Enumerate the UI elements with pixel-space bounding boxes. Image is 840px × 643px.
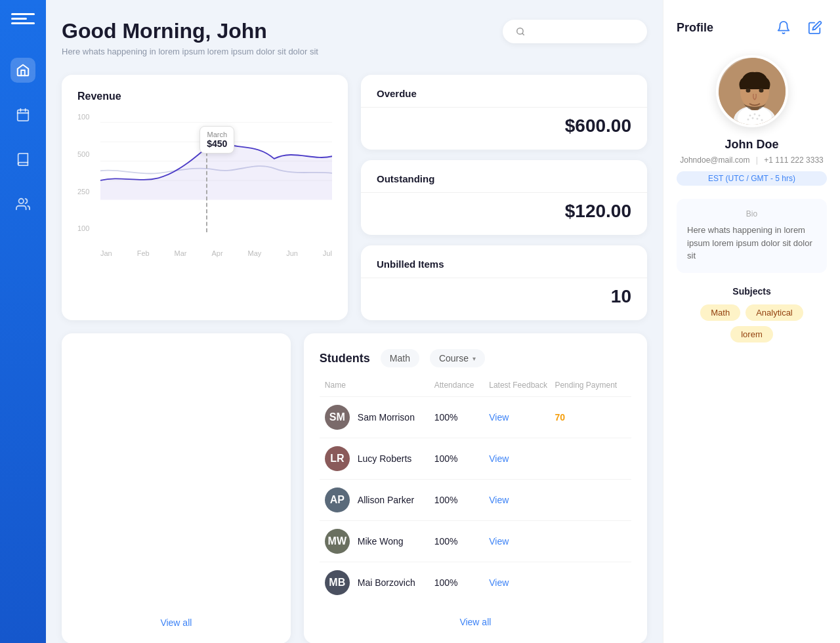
header-left: Good Morning, John Here whats happening … xyxy=(62,20,318,56)
tooltip-value: $450 xyxy=(207,138,227,149)
bio-text: Here whats happening in lorem ipsum lore… xyxy=(687,224,816,262)
attendance-value: 100% xyxy=(434,536,489,547)
student-name: Mai Borzovich xyxy=(358,577,415,588)
profile-contact: Johndoe@mail.com | +1 111 222 3333 xyxy=(677,156,827,165)
outstanding-value: $120.00 xyxy=(377,201,631,222)
student-name-cell: MB Mai Borzovich xyxy=(325,570,434,595)
student-name-cell: SM Sam Morrison xyxy=(325,405,434,430)
svg-rect-0 xyxy=(18,110,29,121)
search-input[interactable] xyxy=(530,26,634,37)
students-filter-subject[interactable]: Math xyxy=(381,349,419,367)
left-bottom-card: View all xyxy=(62,333,291,643)
table-row: MW Mike Wong 100% View xyxy=(320,520,631,562)
chart-container: 100 500 250 100 xyxy=(77,113,332,257)
feedback-link[interactable]: View xyxy=(489,577,555,588)
revenue-title: Revenue xyxy=(77,91,332,102)
col-feedback: Latest Feedback xyxy=(489,381,555,390)
svg-point-24 xyxy=(746,89,750,93)
chart-y-labels: 100 500 250 100 xyxy=(77,113,100,232)
feedback-link[interactable]: View xyxy=(489,453,555,464)
unbilled-value: 10 xyxy=(377,286,631,307)
svg-point-15 xyxy=(749,115,751,117)
subjects-section: Subjects Math Analytical lorem xyxy=(677,286,827,342)
dashboard-bottom-grid: View all Students Math Course ▾ Name Att… xyxy=(62,333,647,643)
page-header: Good Morning, John Here whats happening … xyxy=(62,20,647,56)
students-card: Students Math Course ▾ Name Attendance L… xyxy=(304,333,647,643)
feedback-link[interactable]: View xyxy=(489,536,555,547)
students-footer: View all xyxy=(320,606,631,628)
sidebar-logo xyxy=(11,13,35,31)
sidebar-item-home[interactable] xyxy=(10,58,35,83)
tooltip-month: March xyxy=(207,131,227,138)
table-row: SM Sam Morrison 100% View 70 xyxy=(320,396,631,438)
students-header: Students Math Course ▾ xyxy=(320,349,631,367)
table-row: MB Mai Borzovich 100% View xyxy=(320,562,631,603)
subject-tag-analytical: Analytical xyxy=(746,304,803,321)
unbilled-card: Unbilled Items 10 xyxy=(361,245,647,320)
profile-avatar xyxy=(716,55,788,127)
table-row: LR Lucy Roberts 100% View xyxy=(320,438,631,479)
col-name: Name xyxy=(325,381,434,390)
bio-label: Bio xyxy=(687,209,816,218)
revenue-card: Revenue 100 500 250 100 xyxy=(62,75,348,320)
svg-point-18 xyxy=(747,119,749,121)
chart-x-labels: Jan Feb Mar Apr May Jun Jul xyxy=(100,249,332,257)
pending-value: 70 xyxy=(555,412,626,423)
svg-point-21 xyxy=(761,119,763,121)
timezone-badge: EST (UTC / GMT - 5 hrs) xyxy=(677,171,827,186)
chart-tooltip: March $450 xyxy=(200,126,234,154)
student-name: Allison Parker xyxy=(358,495,414,505)
sidebar-item-calendar[interactable] xyxy=(10,102,35,127)
svg-point-17 xyxy=(758,115,760,117)
students-view-all-link[interactable]: View all xyxy=(459,617,491,627)
overdue-label: Overdue xyxy=(377,88,631,99)
students-filter-course[interactable]: Course ▾ xyxy=(430,349,485,367)
subject-tag-lorem: lorem xyxy=(730,326,773,342)
main-content: Good Morning, John Here whats happening … xyxy=(46,0,663,643)
bio-section: Bio Here whats happening in lorem ipsum … xyxy=(677,199,827,273)
profile-phone: +1 111 222 3333 xyxy=(764,156,823,165)
header-action-icons xyxy=(772,16,827,39)
overdue-value: $600.00 xyxy=(377,115,631,136)
chart-tooltip-line xyxy=(206,146,207,232)
filter-subject-label: Math xyxy=(390,353,410,363)
subject-tag-math: Math xyxy=(700,304,740,321)
attendance-value: 100% xyxy=(434,495,489,505)
edit-button[interactable] xyxy=(803,16,827,39)
feedback-link[interactable]: View xyxy=(489,495,555,505)
student-name: Sam Morrison xyxy=(358,412,415,423)
attendance-value: 100% xyxy=(434,453,489,464)
avatar: AP xyxy=(325,487,350,512)
timezone-label: EST (UTC / GMT - 5 hrs) xyxy=(708,174,795,183)
stats-column: Overdue $600.00 Outstanding $120.00 Unbi… xyxy=(361,75,647,320)
notification-button[interactable] xyxy=(772,16,795,39)
svg-point-20 xyxy=(756,118,758,120)
outstanding-label: Outstanding xyxy=(377,173,631,184)
sidebar-item-users[interactable] xyxy=(10,192,35,217)
sidebar-item-book[interactable] xyxy=(10,147,35,172)
search-icon xyxy=(516,26,525,37)
student-name-cell: AP Allison Parker xyxy=(325,487,434,512)
avatar: LR xyxy=(325,446,350,471)
subjects-tags: Math Analytical lorem xyxy=(677,304,827,342)
svg-line-6 xyxy=(522,33,524,35)
student-name-cell: LR Lucy Roberts xyxy=(325,446,434,471)
avatar: SM xyxy=(325,405,350,430)
students-title: Students xyxy=(320,352,370,365)
left-view-all-link[interactable]: View all xyxy=(160,617,192,628)
table-row: AP Allison Parker 100% View xyxy=(320,479,631,520)
feedback-link[interactable]: View xyxy=(489,412,555,423)
right-panel: Profile xyxy=(663,0,840,643)
right-panel-header: Profile xyxy=(677,16,827,39)
svg-point-4 xyxy=(19,199,24,203)
svg-point-19 xyxy=(751,117,753,119)
outstanding-card: Outstanding $120.00 xyxy=(361,160,647,235)
page-subtitle: Here whats happening in lorem ipsum lore… xyxy=(62,47,318,56)
students-table-header: Name Attendance Latest Feedback Pending … xyxy=(320,381,631,396)
student-name-cell: MW Mike Wong xyxy=(325,529,434,554)
page-greeting: Good Morning, John xyxy=(62,20,318,43)
sidebar xyxy=(0,0,46,643)
search-bar[interactable] xyxy=(503,20,647,43)
attendance-value: 100% xyxy=(434,577,489,588)
avatar: MB xyxy=(325,570,350,595)
